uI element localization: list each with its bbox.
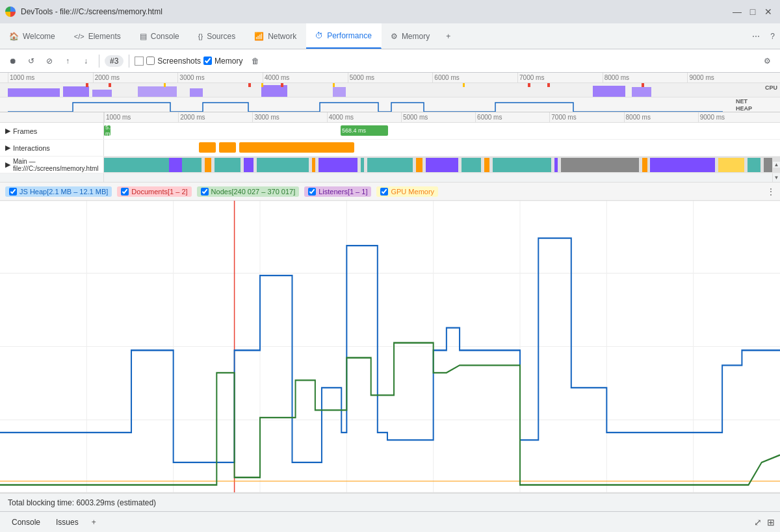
- detail-mark-9: 9000 ms: [698, 112, 772, 122]
- dock-icon[interactable]: ⤢: [754, 517, 762, 527]
- svg-rect-25: [244, 158, 254, 172]
- memory-chart: [0, 201, 780, 493]
- interactions-content: [104, 140, 780, 156]
- svg-rect-37: [561, 158, 639, 172]
- svg-rect-31: [416, 158, 422, 172]
- svg-rect-29: [361, 158, 364, 172]
- svg-rect-3: [138, 86, 177, 97]
- legend-gpu-memory: GPU Memory: [376, 186, 438, 197]
- issues-bottom-tab[interactable]: Issues: [49, 515, 85, 529]
- listeners-checkbox[interactable]: [308, 188, 316, 196]
- memory-checkbox[interactable]: [203, 57, 212, 65]
- more-tabs-button[interactable]: ⋯: [747, 32, 765, 41]
- svg-rect-28: [318, 158, 358, 172]
- detail-mark-8: 8000 ms: [624, 112, 698, 122]
- ruler-mark-4: 4000 ms: [263, 73, 348, 82]
- svg-rect-24: [214, 158, 240, 172]
- detail-mark-5: 5000 ms: [401, 112, 475, 122]
- interactions-arrow: ▶: [5, 144, 10, 152]
- ruler-mark-9: 9000 ms: [687, 73, 772, 82]
- maximize-button[interactable]: □: [746, 5, 759, 18]
- expand-icon[interactable]: ⊞: [767, 517, 775, 527]
- download-button[interactable]: ↓: [78, 53, 94, 69]
- screenshots-checkbox[interactable]: [146, 57, 155, 65]
- svg-rect-15: [642, 83, 644, 87]
- net-heap-chart: [8, 97, 772, 112]
- tab-memory[interactable]: ⚙ Memory: [382, 23, 439, 49]
- svg-rect-2: [92, 90, 112, 97]
- detail-mark-6: 6000 ms: [475, 112, 549, 122]
- detail-mark-3: 3000 ms: [252, 112, 326, 122]
- network-icon: 📶: [254, 32, 264, 41]
- add-bottom-tab-button[interactable]: +: [88, 515, 100, 529]
- ruler-mark-2: 2000 ms: [93, 73, 178, 82]
- svg-rect-14: [547, 83, 550, 87]
- help-button[interactable]: ?: [765, 32, 780, 41]
- timeline-overview: 1000 ms 2000 ms 3000 ms 4000 ms 5000 ms …: [0, 73, 780, 112]
- clear-button[interactable]: ⊘: [42, 53, 57, 69]
- scrollbar-up[interactable]: ▲: [772, 162, 780, 168]
- svg-rect-21: [169, 158, 182, 172]
- tab-sources[interactable]: {} Sources: [189, 23, 245, 49]
- svg-rect-32: [426, 158, 458, 172]
- frames-label: ▶ Frames: [0, 123, 104, 139]
- documents-checkbox[interactable]: [121, 188, 129, 196]
- delete-button[interactable]: 🗑: [248, 53, 263, 69]
- tab-performance[interactable]: ⏱ Performance: [306, 23, 382, 49]
- upload-button[interactable]: ↑: [60, 53, 75, 69]
- frames-arrow: ▶: [5, 127, 10, 135]
- recording-label: #3: [105, 55, 124, 67]
- interaction-bar-2: [219, 142, 236, 153]
- status-bar: Total blocking time: 6003.29ms (estimate…: [0, 493, 780, 511]
- separator-1: [99, 55, 99, 68]
- settings-button[interactable]: ⚙: [759, 53, 775, 69]
- close-button[interactable]: ✕: [762, 5, 775, 18]
- interactions-track-row: ▶ Interactions: [0, 140, 780, 157]
- gpu-memory-checkbox[interactable]: [380, 188, 388, 196]
- scrollbar-down[interactable]: ▼: [772, 173, 780, 182]
- screenshots-dropdown-icon[interactable]: [135, 57, 144, 66]
- detail-ruler: 1000 ms 2000 ms 3000 ms 4000 ms 5000 ms …: [0, 112, 780, 123]
- add-tab-button[interactable]: +: [439, 32, 457, 41]
- svg-rect-12: [281, 83, 283, 87]
- svg-rect-11: [248, 83, 251, 87]
- tab-console[interactable]: ▤ Console: [131, 23, 189, 49]
- js-heap-label: JS Heap[2.1 MB – 12.1 MB]: [20, 188, 108, 196]
- memory-label: Memory: [214, 57, 242, 66]
- screenshots-label: Screenshots: [157, 57, 201, 66]
- svg-rect-4: [190, 88, 203, 97]
- interactions-label: ▶ Interactions: [0, 140, 104, 156]
- elements-icon: </>: [74, 32, 84, 40]
- legend-js-heap: JS Heap[2.1 MB – 12.1 MB]: [5, 186, 112, 197]
- scroll-row: ▼: [0, 173, 780, 183]
- svg-rect-23: [205, 158, 211, 172]
- interaction-bar-1: [199, 142, 216, 153]
- record-button[interactable]: ⏺: [5, 53, 21, 69]
- js-heap-checkbox[interactable]: [9, 188, 17, 196]
- legend-more-button[interactable]: ⋮: [767, 187, 775, 196]
- svg-rect-8: [632, 87, 651, 97]
- svg-rect-20: [104, 158, 169, 172]
- ruler-mark-8: 8000 ms: [603, 73, 688, 82]
- gpu-memory-label: GPU Memory: [391, 188, 434, 196]
- main-track-content: [104, 157, 772, 173]
- svg-rect-42: [764, 158, 772, 172]
- tab-welcome[interactable]: 🏠 Welcome: [0, 23, 65, 49]
- tab-elements[interactable]: </> Elements: [65, 23, 131, 49]
- main-arrow: ▶: [5, 160, 10, 169]
- console-bottom-tab[interactable]: Console: [5, 515, 47, 529]
- tab-bar: 🏠 Welcome </> Elements ▤ Console {} Sour…: [0, 23, 780, 49]
- reload-button[interactable]: ↺: [23, 53, 39, 69]
- documents-label: Documents[1 – 2]: [131, 188, 187, 196]
- title-bar: DevTools - file:///C:/screens/memory.htm…: [0, 0, 780, 23]
- window-controls: — □ ✕: [731, 5, 775, 18]
- chrome-favicon: [5, 6, 16, 17]
- svg-rect-39: [650, 158, 715, 172]
- ruler-offset: [0, 112, 104, 122]
- nodes-checkbox[interactable]: [201, 188, 209, 196]
- frame-bar-2: 568.4 ms: [341, 125, 388, 136]
- svg-rect-6: [333, 87, 346, 97]
- minimize-button[interactable]: —: [731, 5, 744, 18]
- tab-network[interactable]: 📶 Network: [245, 23, 306, 49]
- svg-rect-34: [484, 158, 489, 172]
